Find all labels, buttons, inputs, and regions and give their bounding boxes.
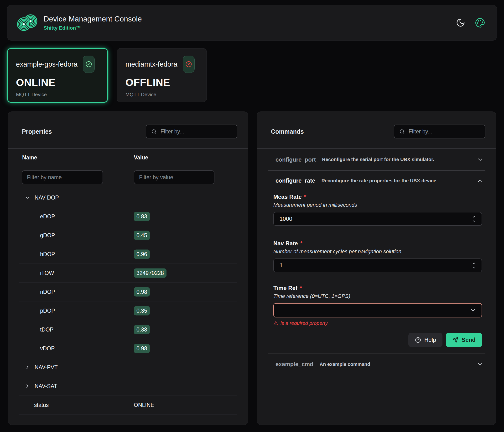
property-row-status: status ONLINE [18,396,237,414]
time-ref-field: Time Ref * Time reference (0=UTC, 1=GPS)… [273,285,482,326]
required-marker: * [304,193,306,200]
device-card-mediamtx-fedora[interactable]: mediamtx-fedora OFFLINE MQTT Device [117,48,207,102]
brand: Device Management Console Shitty Edition… [16,13,142,32]
field-description: Measurement period in milliseconds [273,202,482,208]
property-row-ndop: nDOP 0.98 [18,283,237,302]
chevron-up-icon [477,177,484,184]
error-message: is a required property [280,320,328,326]
properties-panel: Properties Name Value NAV-DOP eDO [8,111,248,425]
stepper-up-icon[interactable] [472,215,477,219]
help-circle-icon [415,337,421,343]
property-value-badge: 0.96 [134,250,150,259]
command-example-cmd[interactable]: example_cmd An example command [268,353,486,375]
field-label: Time Ref [273,285,297,291]
search-icon [151,129,157,135]
check-circle-icon [85,61,92,68]
stepper-up-icon[interactable] [472,261,477,265]
validation-error: ⚠ is a required property [273,320,482,326]
property-value-badge: 0.45 [134,231,150,240]
commands-filter-field[interactable] [409,129,480,135]
command-name: configure_port [276,156,316,163]
warning-icon: ⚠ [273,321,278,326]
dark-mode-moon-icon[interactable] [456,18,465,28]
field-description: Time reference (0=UTC, 1=GPS) [273,293,482,299]
command-configure-port[interactable]: configure_port Reconfigure the serial po… [268,149,486,171]
device-card-example-gps-fedora[interactable]: example-gps-fedora ONLINE MQTT Device [7,48,108,103]
device-type: MQTT Device [126,92,198,97]
property-group-label: NAV-SAT [35,383,57,389]
field-label: Nav Rate [273,240,298,247]
field-label: Meas Rate [273,193,302,200]
property-value-badge: 324970228 [134,268,166,278]
required-marker: * [300,240,302,247]
command-name: configure_rate [276,177,315,184]
property-row-pdop: pDOP 0.35 [18,302,237,320]
theme-palette-icon[interactable] [475,18,485,28]
properties-table-header: Name Value [18,149,237,166]
stepper-down-icon[interactable] [472,219,477,223]
commands-panel: Commands configure_port Reconfigure the … [257,111,496,425]
device-card-header: mediamtx-fedora [126,55,198,73]
commands-heading: Commands [271,128,304,135]
nav-rate-input[interactable] [273,258,482,272]
properties-filter-field[interactable] [161,129,232,135]
required-marker: * [300,285,302,291]
property-group-nav-pvt[interactable]: NAV-PVT [18,358,237,377]
app-logo-icon [16,13,38,32]
device-name: mediamtx-fedora [126,60,178,68]
property-value-badge: 0.98 [134,344,150,353]
column-header-name: Name [22,154,37,161]
property-row-tdop: tDOP 0.38 [18,320,237,339]
time-ref-select[interactable] [273,303,482,317]
device-online-badge [83,55,95,73]
property-row-itow: iTOW 324970228 [18,264,237,283]
command-name: example_cmd [276,361,314,368]
device-status: ONLINE [16,77,99,88]
command-configure-rate[interactable]: configure_rate Reconfigure the rate prop… [268,171,486,191]
command-description: Reconfigure the rate properties for the … [322,178,438,184]
device-card-list: example-gps-fedora ONLINE MQTT Device me… [7,48,497,103]
property-name: hDOP [40,251,55,257]
nav-rate-field: Nav Rate * Number of measurement cycles … [273,240,482,272]
app-titles: Device Management Console Shitty Edition… [44,15,142,31]
property-group-nav-sat[interactable]: NAV-SAT [18,377,237,396]
chevron-down-icon [477,361,484,368]
meas-rate-field: Meas Rate * Measurement period in millis… [273,193,482,226]
chevron-down-icon [477,156,484,163]
number-stepper[interactable] [472,258,477,272]
properties-heading: Properties [22,128,52,135]
property-value-badge: 0.83 [134,212,150,221]
appbar-actions [456,18,485,28]
property-group-label: NAV-DOP [35,194,59,201]
device-name: example-gps-fedora [16,60,78,68]
app-subtitle: Shitty Edition™ [44,25,142,31]
command-description: Reconfigure the serial port for the UBX … [322,157,434,162]
property-value-badge: 0.38 [134,325,150,334]
device-type: MQTT Device [16,92,99,97]
property-name: nDOP [40,289,55,295]
property-name: tDOP [40,327,54,333]
chevron-right-icon [25,364,30,370]
property-name: status [34,402,49,408]
help-button[interactable]: Help [408,333,442,347]
number-stepper[interactable] [472,212,477,226]
meas-rate-input[interactable] [273,212,482,226]
field-description: Number of measurement cycles per navigat… [273,248,482,255]
chevron-down-icon [470,307,476,314]
name-filter-input[interactable] [22,170,103,184]
property-group-nav-dop[interactable]: NAV-DOP [18,188,237,207]
search-icon [399,129,405,135]
properties-filter-input[interactable] [146,125,237,138]
commands-filter-input[interactable] [394,125,486,138]
app-header: Device Management Console Shitty Edition… [7,5,497,41]
main-panels: Properties Name Value NAV-DOP eDO [8,111,496,425]
property-name: pDOP [40,308,55,314]
property-name: vDOP [40,345,55,352]
send-button[interactable]: Send [446,333,482,347]
property-name: gDOP [40,232,55,239]
send-button-label: Send [461,337,476,343]
value-filter-input[interactable] [134,170,215,184]
configure-rate-form: Meas Rate * Measurement period in millis… [257,193,496,347]
stepper-down-icon[interactable] [472,266,477,270]
property-value-badge: 0.35 [134,306,150,315]
